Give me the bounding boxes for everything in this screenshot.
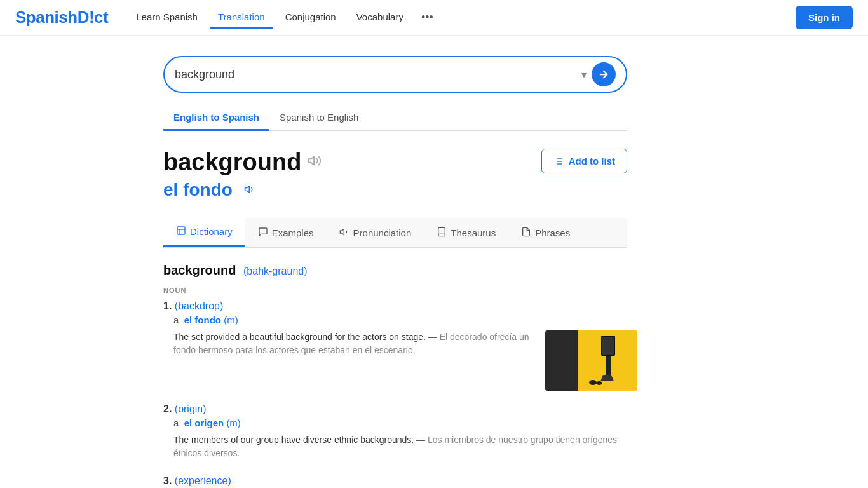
tab-thesaurus[interactable]: Thesaurus [424,218,508,247]
nav-more-button[interactable]: ••• [416,6,438,29]
def-context-1: (backdrop) [175,301,223,311]
word-translation: el fondo [163,180,233,200]
tab-phrases-label: Phrases [535,227,570,238]
def-letter-2: a. el origen (m) [173,417,705,428]
svg-point-20 [589,380,597,385]
main-content: ▾ English to Spanish Spanish to English … [148,36,720,488]
translation-speaker-icon[interactable] [244,185,255,198]
phrases-tab-icon [521,227,531,239]
add-to-list-label: Add to list [569,156,615,166]
svg-rect-18 [602,337,614,355]
dict-phonetic: (bahk-graund) [243,266,308,276]
example-text-1: The set provided a beautiful background … [173,330,535,391]
svg-rect-9 [177,227,185,234]
def-context-3: (experience) [175,475,231,486]
word-title-area: background el fondo [163,149,322,213]
dict-word: background (bahk-graund) [163,263,705,278]
word-header: background el fondo [163,149,627,213]
tab-examples-label: Examples [272,227,314,238]
sign-in-button[interactable]: Sign in [796,6,853,29]
lang-tab-spanish-to-english[interactable]: Spanish to English [269,105,369,131]
def-num-3: 3. (experience) [163,475,705,487]
definition-item: 2. (origin) a. el origen (m) The members… [163,403,705,463]
example-en-1: The set provided a beautiful background … [173,330,535,357]
tab-dictionary-label: Dictionary [190,226,233,237]
add-list-icon [553,156,564,166]
word-translation-area: el fondo [163,180,322,200]
word-speaker-icon[interactable] [308,154,322,171]
def-gender-1: (m) [224,315,238,325]
def-num-1: 1. (backdrop) [163,301,705,312]
nav-translation[interactable]: Translation [210,6,273,29]
search-dropdown-icon[interactable]: ▾ [581,69,587,81]
tab-pronunciation-label: Pronunciation [353,227,412,238]
add-to-list-button[interactable]: Add to list [541,149,627,173]
tab-phrases[interactable]: Phrases [508,218,583,247]
section-tabs: Dictionary Examples Pronunciation Thesau… [163,218,627,248]
tab-examples[interactable]: Examples [245,218,327,247]
def-context-2: (origin) [175,403,207,414]
svg-marker-12 [340,229,344,234]
nav-learn-spanish[interactable]: Learn Spanish [128,6,205,29]
header: SpanishD!ct Learn Spanish Translation Co… [0,0,868,36]
def-translation-2: el origen [184,417,224,428]
search-bar: ▾ [163,56,627,93]
arrow-right-icon [598,69,609,80]
def-gender-2: (m) [226,417,241,428]
lang-tab-english-to-spanish[interactable]: English to Spanish [163,105,269,131]
tab-thesaurus-label: Thesaurus [451,227,496,238]
main-nav: Learn Spanish Translation Conjugation Vo… [128,6,796,29]
tab-pronunciation[interactable]: Pronunciation [327,218,424,247]
tab-dictionary[interactable]: Dictionary [163,218,245,247]
search-submit-button[interactable] [592,62,616,86]
def-num-2: 2. (origin) [163,403,705,415]
dictionary-tab-icon [176,226,186,238]
svg-marker-1 [309,157,314,165]
word-english: background [163,149,301,176]
logo[interactable]: SpanishD!ct [15,8,108,27]
def-letter-1: a. el fondo (m) [173,315,705,325]
pos-label: NOUN [163,287,705,294]
def-sub-2: a. el origen (m) The members of our grou… [173,417,705,463]
dictionary-content: background (bahk-graund) NOUN 1. (backdr… [163,263,705,487]
search-input[interactable] [175,68,581,81]
example-block-2: The members of our group have diverse et… [173,433,637,463]
example-block-1: The set provided a beautiful background … [173,330,637,391]
svg-rect-14 [545,330,578,391]
nav-conjugation[interactable]: Conjugation [278,6,344,29]
svg-point-21 [596,381,602,385]
nav-vocabulary[interactable]: Vocabulary [349,6,411,29]
example-text-2: The members of our group have diverse et… [173,433,637,463]
language-tabs: English to Spanish Spanish to English [163,105,627,131]
def-translation-1: el fondo [184,315,221,325]
svg-marker-2 [245,186,249,193]
example-image-1 [545,330,637,391]
thesaurus-tab-icon [437,227,447,239]
example-en-2: The members of our group have diverse et… [173,433,637,460]
pronunciation-tab-icon [339,227,349,239]
definition-item: 1. (backdrop) a. el fondo (m) The set pr… [163,301,705,391]
examples-tab-icon [258,227,268,239]
definition-item: 3. (experience) [163,475,705,487]
def-sub-1: a. el fondo (m) The set provided a beaut… [173,315,705,391]
